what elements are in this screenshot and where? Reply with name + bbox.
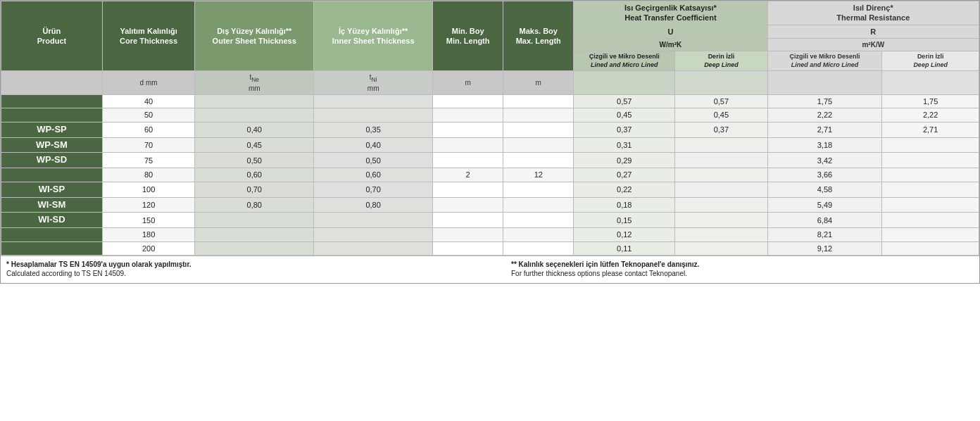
product-cell (1, 95, 103, 108)
r-label-header: R (767, 25, 979, 38)
core-cell: 180 (102, 228, 194, 241)
inner-thickness-cell (314, 213, 433, 228)
inner-thickness-cell: 0,35 (314, 122, 433, 137)
max-length-cell (503, 153, 574, 168)
u-label-header: U (574, 25, 767, 38)
min-length-cell (433, 153, 503, 168)
footnote-right-bold: ** Kalınlık seçenekleri için lütfen Tekn… (511, 260, 974, 268)
u-deep-cell: 0,57 (675, 95, 767, 108)
table-row: WI-SM1200,800,800,185,49 (1, 197, 979, 213)
footnote-right: ** Kalınlık seçenekleri için lütfen Tekn… (511, 260, 974, 279)
u-deep-cell (675, 182, 767, 197)
core-thickness-header: Yalıtım Kalınlığı Core Thickness (102, 1, 194, 71)
table-row: 2000,119,12 (1, 241, 979, 255)
r-deep-cell: 2,22 (882, 108, 979, 122)
r-lined-cell: 2,71 (767, 122, 882, 137)
r-lined-cell: 3,66 (767, 168, 882, 182)
u-deep-cell (675, 228, 767, 241)
table-row: 400,570,571,751,75 (1, 95, 979, 108)
u-deep-cell (675, 241, 767, 255)
product-cell: WI-SM (1, 197, 103, 213)
r-deep-cell (882, 137, 979, 153)
r-lined-cell: 9,12 (767, 241, 882, 255)
r-lined-cell: 5,49 (767, 197, 882, 213)
r-deep-formula-cell (882, 71, 979, 95)
u-deep-cell: 0,45 (675, 108, 767, 122)
max-length-cell (503, 122, 574, 137)
core-cell: 50 (102, 108, 194, 122)
table-row: WP-SM700,450,400,313,18 (1, 137, 979, 153)
footnote-right-regular: For further thickness options please con… (511, 270, 974, 277)
product-cell (1, 241, 103, 255)
u-lined-cell: 0,29 (574, 153, 675, 168)
product-cell (1, 228, 103, 241)
min-length-cell: 2 (433, 168, 503, 182)
u-lined-cell: 0,22 (574, 182, 675, 197)
table-row: 1800,128,21 (1, 228, 979, 241)
r-deep-cell (882, 241, 979, 255)
core-cell: 75 (102, 153, 194, 168)
outer-thickness-cell: 0,60 (195, 168, 314, 182)
inner-thickness-cell: 0,80 (314, 197, 433, 213)
min-length-cell (433, 95, 503, 108)
inner-thickness-cell (314, 241, 433, 255)
outer-thickness-cell (195, 241, 314, 255)
min-length-cell (433, 137, 503, 153)
core-cell: 60 (102, 122, 194, 137)
product-cell: WP-SM (1, 137, 103, 153)
r-deep-cell (882, 228, 979, 241)
r-lined-cell: 4,58 (767, 182, 882, 197)
u-deep-cell (675, 197, 767, 213)
r-lined-cell: 2,22 (767, 108, 882, 122)
product-cell (1, 108, 103, 122)
footnote-left-regular: Calculated according to TS EN 14509. (6, 270, 469, 277)
u-lined-cell: 0,11 (574, 241, 675, 255)
product-header: Ürün Product (1, 1, 103, 71)
u-lined-cell: 0,37 (574, 122, 675, 137)
max-length-cell (503, 228, 574, 241)
u-deep-cell (675, 137, 767, 153)
outer-thickness-header: Dış Yüzey Kalınlığı** Outer Sheet Thickn… (195, 1, 314, 71)
u-lined-cell: 0,12 (574, 228, 675, 241)
outer-thickness-cell: 0,50 (195, 153, 314, 168)
table-body: 400,570,571,751,75500,450,452,222,22WP-S… (1, 95, 979, 256)
outer-thickness-cell: 0,45 (195, 137, 314, 153)
product-cell: WP-SP (1, 122, 103, 137)
max-length-header: Maks. Boy Max. Length (503, 1, 574, 71)
formula-row: d mm tNemm tNimm m m (1, 71, 979, 95)
r-lined-cell: 6,84 (767, 213, 882, 228)
r-lined-formula-cell (767, 71, 882, 95)
min-length-cell (433, 197, 503, 213)
product-cell: WP-SD (1, 153, 103, 168)
r-lined-header: Çizgili ve Mikro Desenli Lined and Micro… (767, 51, 882, 70)
r-lined-cell: 1,75 (767, 95, 882, 108)
r-deep-cell (882, 182, 979, 197)
outer-thickness-cell: 0,70 (195, 182, 314, 197)
outer-thickness-cell: 0,40 (195, 122, 314, 137)
u-lined-cell: 0,57 (574, 95, 675, 108)
u-lined-formula-cell (574, 71, 675, 95)
table-row: 800,600,602120,273,66 (1, 168, 979, 182)
table-row: WI-SD1500,156,84 (1, 213, 979, 228)
inner-thickness-cell: 0,50 (314, 153, 433, 168)
u-lined-cell: 0,45 (574, 108, 675, 122)
r-deep-cell (882, 213, 979, 228)
outer-thickness-cell: 0,80 (195, 197, 314, 213)
core-cell: 80 (102, 168, 194, 182)
max-length-cell: 12 (503, 168, 574, 182)
product-cell: WI-SD (1, 213, 103, 228)
core-formula-cell: d mm (102, 71, 194, 95)
core-cell: 200 (102, 241, 194, 255)
r-deep-cell: 1,75 (882, 95, 979, 108)
r-lined-cell: 3,18 (767, 137, 882, 153)
min-length-cell (433, 241, 503, 255)
main-table-wrapper: Ürün Product Yalıtım Kalınlığı Core Thic… (0, 0, 980, 284)
inner-thickness-header: İç Yüzey Kalınlığı** Inner Sheet Thickne… (314, 1, 433, 71)
inner-thickness-cell (314, 228, 433, 241)
min-length-cell (433, 108, 503, 122)
product-formula-cell (1, 71, 103, 95)
min-length-cell (433, 213, 503, 228)
header-row-1: Ürün Product Yalıtım Kalınlığı Core Thic… (1, 1, 979, 25)
product-cell (1, 168, 103, 182)
core-cell: 40 (102, 95, 194, 108)
